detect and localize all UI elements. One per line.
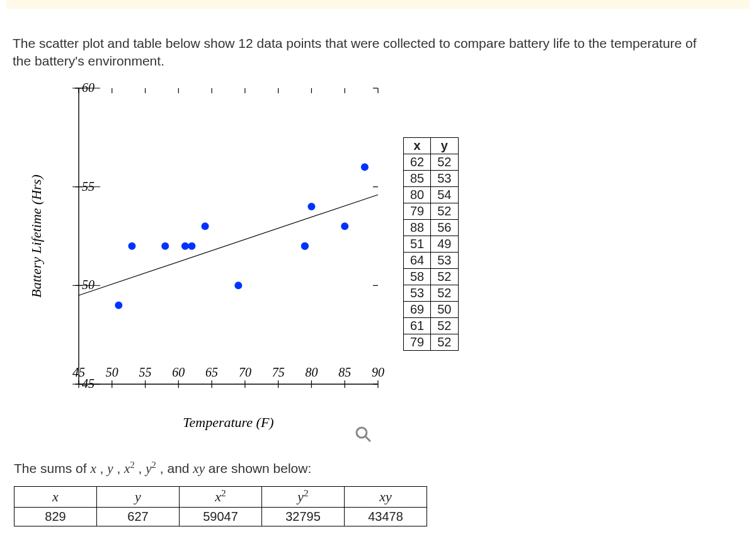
svg-text:50: 50 bbox=[106, 365, 118, 379]
svg-text:65: 65 bbox=[205, 365, 218, 379]
sums-sentence: The sums of x , y , x2 , y2 , and xy are… bbox=[14, 461, 311, 477]
table-row: 7952 bbox=[404, 203, 459, 220]
table-row: 6252 bbox=[404, 154, 459, 171]
svg-text:Battery Lifetime (Hrs): Battery Lifetime (Hrs) bbox=[28, 174, 44, 298]
table-row: 8054 bbox=[404, 187, 459, 203]
intro-text: The scatter plot and table below show 12… bbox=[13, 35, 718, 71]
var-xy: xy bbox=[193, 461, 205, 476]
svg-line-48 bbox=[79, 195, 378, 295]
table-row: 6152 bbox=[404, 318, 459, 334]
svg-point-58 bbox=[234, 282, 242, 289]
svg-point-51 bbox=[307, 203, 315, 210]
svg-point-49 bbox=[188, 242, 195, 250]
sums-row: 829627590473279543478 bbox=[14, 508, 427, 526]
svg-text:55: 55 bbox=[139, 365, 152, 379]
table-row: 5352 bbox=[404, 285, 459, 302]
svg-point-59 bbox=[181, 242, 189, 250]
svg-text:70: 70 bbox=[239, 365, 251, 379]
table-row: 8553 bbox=[404, 171, 459, 187]
svg-point-50 bbox=[341, 222, 348, 230]
svg-point-56 bbox=[161, 242, 169, 250]
table-row: 6453 bbox=[404, 253, 459, 269]
sums-header: x bbox=[14, 487, 97, 508]
table-header: y bbox=[431, 138, 458, 154]
scatter-plot: 4550556065707580859045505560Temperature … bbox=[25, 82, 410, 435]
sums-table: xyx2y2xy829627590473279543478 bbox=[14, 486, 427, 526]
svg-text:80: 80 bbox=[305, 365, 318, 379]
svg-text:50: 50 bbox=[82, 278, 94, 292]
var-y2: y2 bbox=[146, 461, 156, 476]
sums-header: y bbox=[97, 487, 180, 508]
sums-header: xy bbox=[345, 487, 427, 508]
table-row: 5149 bbox=[404, 236, 459, 253]
sums-header: y2 bbox=[262, 487, 345, 508]
sums-prefix: The sums of bbox=[14, 461, 90, 475]
top-band bbox=[6, 0, 750, 9]
search-icon[interactable] bbox=[354, 425, 372, 443]
svg-line-64 bbox=[365, 436, 370, 441]
svg-point-55 bbox=[202, 222, 209, 230]
svg-text:60: 60 bbox=[172, 365, 185, 379]
svg-text:90: 90 bbox=[372, 365, 384, 379]
xy-data-table: xy62528553805479528856514964535852535269… bbox=[403, 137, 459, 351]
svg-point-60 bbox=[301, 242, 309, 250]
table-row: 7952 bbox=[404, 334, 459, 351]
var-y: y bbox=[107, 461, 113, 476]
svg-text:Temperature (F): Temperature (F) bbox=[183, 414, 273, 430]
svg-text:45: 45 bbox=[82, 377, 94, 390]
table-header: x bbox=[404, 138, 431, 154]
table-row: 8856 bbox=[404, 220, 459, 236]
var-x2: x2 bbox=[124, 461, 135, 476]
svg-point-54 bbox=[115, 302, 122, 309]
sums-header: x2 bbox=[180, 487, 262, 508]
svg-point-57 bbox=[128, 242, 135, 250]
svg-text:55: 55 bbox=[82, 179, 94, 193]
table-row: 6950 bbox=[404, 302, 459, 318]
table-row: 5852 bbox=[404, 269, 459, 285]
svg-text:75: 75 bbox=[272, 365, 285, 379]
var-x: x bbox=[90, 461, 96, 476]
svg-text:85: 85 bbox=[338, 365, 351, 379]
svg-point-53 bbox=[361, 163, 369, 171]
